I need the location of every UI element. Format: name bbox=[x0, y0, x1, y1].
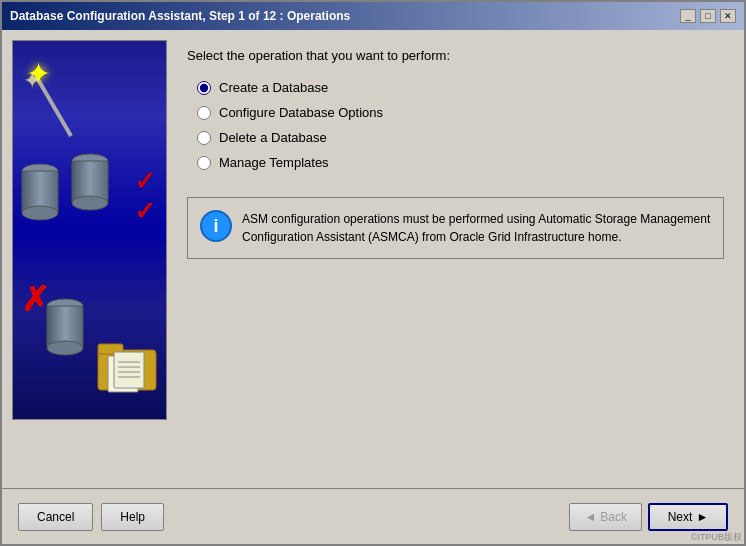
radio-manage[interactable] bbox=[197, 156, 211, 170]
svg-point-6 bbox=[72, 196, 108, 210]
svg-rect-13 bbox=[114, 352, 144, 388]
checkmark-2: ✓ bbox=[134, 196, 156, 227]
radio-manage-label: Manage Templates bbox=[219, 155, 329, 170]
info-box: i ASM configuration operations must be p… bbox=[187, 197, 724, 259]
cancel-button[interactable]: Cancel bbox=[18, 503, 93, 531]
next-button[interactable]: Next ► bbox=[648, 503, 728, 531]
watermark: ©ITPUB版权 bbox=[691, 528, 742, 544]
title-bar: Database Configuration Assistant, Step 1… bbox=[2, 2, 744, 30]
folder-svg bbox=[96, 336, 161, 396]
radio-create-label: Create a Database bbox=[219, 80, 328, 95]
radio-configure-label: Configure Database Options bbox=[219, 105, 383, 120]
radio-item-create[interactable]: Create a Database bbox=[197, 80, 734, 95]
left-panel-graphic: ✦ ✦ bbox=[12, 40, 167, 420]
main-window: Database Configuration Assistant, Step 1… bbox=[0, 0, 746, 546]
window-title: Database Configuration Assistant, Step 1… bbox=[10, 9, 350, 23]
next-label: Next bbox=[668, 510, 693, 524]
minimize-button[interactable]: _ bbox=[680, 9, 696, 23]
bottom-right-buttons: ◄ Back Next ► bbox=[569, 503, 728, 531]
info-message-text: ASM configuration operations must be per… bbox=[242, 210, 711, 246]
radio-create[interactable] bbox=[197, 81, 211, 95]
radio-configure[interactable] bbox=[197, 106, 211, 120]
barrel-1 bbox=[18, 161, 63, 229]
radio-delete[interactable] bbox=[197, 131, 211, 145]
radio-delete-label: Delete a Database bbox=[219, 130, 327, 145]
checkmark-1: ✓ bbox=[134, 166, 156, 197]
title-bar-controls: _ □ ✕ bbox=[680, 9, 736, 23]
radio-item-configure[interactable]: Configure Database Options bbox=[197, 105, 734, 120]
wand-graphic: ✦ ✦ bbox=[21, 56, 91, 149]
help-button[interactable]: Help bbox=[101, 503, 164, 531]
back-arrow-icon: ◄ bbox=[584, 510, 596, 524]
star-glow: ✦ bbox=[23, 68, 41, 93]
wand-svg: ✦ ✦ bbox=[21, 56, 91, 146]
next-arrow-icon: ► bbox=[696, 510, 708, 524]
prompt-text: Select the operation that you want to pe… bbox=[187, 48, 734, 63]
maximize-button[interactable]: □ bbox=[700, 9, 716, 23]
svg-point-3 bbox=[22, 206, 58, 220]
radio-group: Create a Database Configure Database Opt… bbox=[197, 80, 734, 170]
barrel-2-svg bbox=[68, 151, 113, 216]
bottom-left-buttons: Cancel Help bbox=[18, 503, 164, 531]
back-label: Back bbox=[600, 510, 627, 524]
radio-item-delete[interactable]: Delete a Database bbox=[197, 130, 734, 145]
info-icon: i bbox=[200, 210, 232, 242]
barrel-2 bbox=[68, 151, 113, 219]
svg-point-9 bbox=[47, 341, 83, 355]
barrel-3-svg bbox=[43, 296, 88, 361]
bottom-bar: Cancel Help ◄ Back Next ► bbox=[2, 488, 744, 544]
barrel-1-svg bbox=[18, 161, 63, 226]
right-panel: Select the operation that you want to pe… bbox=[177, 40, 734, 478]
radio-item-manage[interactable]: Manage Templates bbox=[197, 155, 734, 170]
barrel-3 bbox=[43, 296, 88, 364]
info-icon-text: i bbox=[213, 216, 218, 237]
folder-icon bbox=[96, 336, 161, 399]
back-button[interactable]: ◄ Back bbox=[569, 503, 642, 531]
content-area: ✦ ✦ bbox=[2, 30, 744, 488]
close-button[interactable]: ✕ bbox=[720, 9, 736, 23]
